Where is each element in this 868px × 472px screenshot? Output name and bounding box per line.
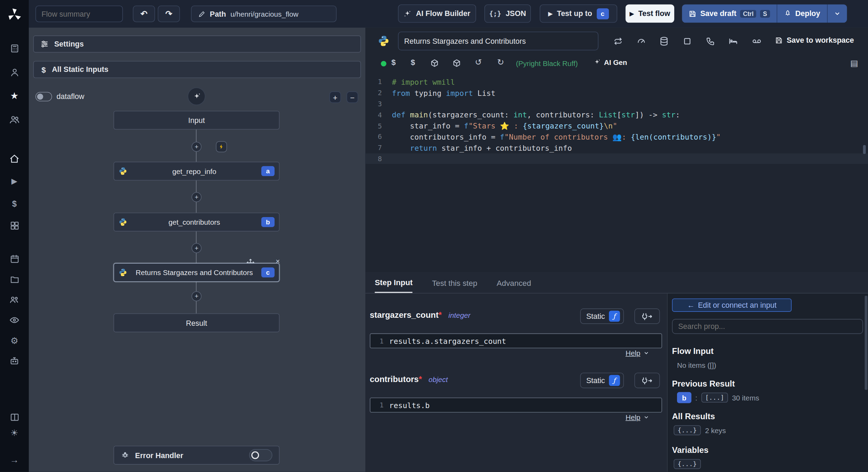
ai-gen-button[interactable]: AI Gen — [593, 58, 627, 66]
collapsed-array-chip[interactable]: [...] — [701, 392, 728, 403]
windmill-logo[interactable] — [7, 7, 22, 23]
reload-icon[interactable]: ↻ — [497, 57, 504, 67]
code-line[interactable]: 8 — [365, 153, 868, 164]
add-step-button[interactable]: + — [192, 142, 202, 152]
code-line[interactable]: 4def main(stargazers_count: int, contrib… — [365, 109, 868, 121]
add-step-button[interactable]: + — [192, 291, 202, 301]
dollar-icon[interactable]: $ — [12, 198, 17, 208]
static-mode-toggle[interactable]: Static ƒ — [580, 373, 624, 388]
voicemail-icon[interactable] — [752, 36, 762, 46]
step-title-input[interactable] — [398, 32, 598, 50]
connect-input-button[interactable] — [634, 373, 660, 388]
star-icon[interactable]: ★ — [10, 91, 18, 101]
code-line[interactable]: 6 contributors_info = f"Number of contri… — [365, 131, 868, 142]
flow-node-result[interactable]: Result — [114, 313, 279, 332]
calendar-icon[interactable] — [10, 254, 19, 264]
library-icon[interactable]: ▤ — [850, 58, 858, 68]
worker-icon[interactable] — [9, 356, 19, 366]
connect-input-button[interactable] — [634, 308, 660, 324]
error-handler-button[interactable]: Error Handler — [114, 446, 279, 464]
static-mode-toggle[interactable]: Static ƒ — [580, 308, 624, 324]
user-icon[interactable] — [10, 67, 19, 77]
save-draft-button[interactable]: Save draft Ctrl S — [682, 5, 776, 23]
flow-node-input[interactable]: Input — [114, 111, 279, 130]
expr-editor[interactable]: 1 results.b — [370, 398, 662, 413]
path-button[interactable]: Path u/henri/gracious_flow — [191, 6, 336, 22]
tab-advanced[interactable]: Advanced — [496, 272, 531, 293]
tab-step-input[interactable]: Step Input — [375, 272, 412, 293]
home-icon[interactable] — [9, 154, 19, 164]
tab-test-this-step[interactable]: Test this step — [432, 272, 477, 293]
static-inputs-label: All Static Inputs — [52, 65, 109, 74]
undo-button[interactable]: ↶ — [133, 6, 155, 22]
edit-connect-label: Edit or connect an input — [698, 301, 776, 309]
edit-connect-input-button[interactable]: ← Edit or connect an input — [672, 298, 792, 312]
flow-input-empty: No items ([]) — [677, 361, 716, 370]
all-static-inputs-button[interactable]: $ All Static Inputs — [33, 61, 361, 78]
deploy-dropdown-button[interactable] — [827, 5, 847, 23]
trigger-bolt-button[interactable] — [216, 141, 227, 152]
ai-flow-builder-button[interactable]: AI Flow Builder — [398, 5, 476, 23]
arrows-cycle-icon[interactable] — [614, 36, 623, 46]
code-line[interactable]: 3 — [365, 98, 868, 109]
sun-icon[interactable]: ☀ — [10, 428, 18, 438]
flow-node-step-b[interactable]: get_contributors b — [114, 213, 279, 231]
dollar-icon[interactable]: $ — [411, 58, 415, 67]
collapsed-object-chip[interactable]: {...} — [674, 459, 701, 469]
error-handler-toggle[interactable] — [249, 449, 272, 461]
zoom-in-button[interactable]: + — [329, 91, 341, 103]
step-badge: b — [261, 217, 275, 227]
test-up-to-button[interactable]: ▶ Test up to c — [540, 5, 617, 23]
json-label: JSON — [506, 9, 526, 18]
package-icon[interactable] — [452, 59, 461, 68]
phone-icon[interactable] — [706, 36, 715, 46]
database-icon[interactable] — [659, 36, 669, 46]
code-line[interactable]: 7 return star_info + contributors_info — [365, 142, 868, 153]
play-icon[interactable]: ▶ — [11, 176, 17, 186]
zoom-out-button[interactable]: − — [347, 91, 358, 103]
code-scrollbar[interactable] — [863, 145, 866, 154]
code-line[interactable]: 1# import wmill — [365, 76, 868, 88]
code-line[interactable]: 2from typing import List — [365, 88, 868, 99]
json-button[interactable]: {;} JSON — [484, 5, 531, 23]
code-line[interactable]: 5 star_info = f"Stars ⭐ : {stargazers_co… — [365, 120, 868, 131]
dataflow-toggle[interactable] — [35, 92, 52, 101]
help-row[interactable]: Help — [626, 413, 649, 421]
square-icon[interactable] — [683, 36, 692, 46]
flow-summary-input[interactable] — [35, 6, 123, 22]
gauge-icon[interactable] — [637, 36, 646, 46]
help-link[interactable]: Help — [626, 349, 641, 357]
flow-settings-button[interactable]: Settings — [33, 35, 361, 52]
flow-node-step-a[interactable]: get_repo_info a — [114, 162, 279, 181]
arrow-right-icon[interactable]: → — [10, 455, 19, 465]
step-badge[interactable]: b — [677, 392, 691, 403]
folder-icon[interactable] — [10, 274, 19, 284]
users-icon[interactable] — [9, 115, 19, 125]
test-flow-button[interactable]: ▶ Test flow — [626, 5, 674, 23]
help-link[interactable]: Help — [626, 413, 641, 421]
deploy-button[interactable]: Deploy — [777, 5, 827, 23]
flow-node-step-c-selected[interactable]: Returns Stargazers and Contributors c — [114, 263, 279, 282]
blocks-icon[interactable] — [10, 221, 19, 231]
required-asterisk: * — [419, 374, 422, 384]
help-row[interactable]: Help — [626, 349, 649, 357]
panels-icon[interactable] — [10, 412, 19, 422]
group-icon[interactable] — [9, 295, 19, 305]
play-icon: ▶ — [629, 10, 634, 17]
search-prop-input[interactable] — [672, 319, 863, 334]
eye-icon[interactable] — [9, 315, 19, 325]
auto-layout-wand-button[interactable] — [187, 88, 205, 105]
add-step-button[interactable]: + — [192, 243, 202, 253]
grid-icon[interactable] — [10, 43, 19, 53]
save-to-workspace-button[interactable]: Save to workspace — [775, 36, 854, 44]
add-step-button[interactable]: + — [192, 192, 202, 202]
collapsed-object-chip[interactable]: {...} — [674, 425, 701, 435]
gear-icon[interactable]: ⚙ — [10, 336, 18, 346]
redo-button[interactable]: ↷ — [158, 6, 180, 22]
package-icon[interactable] — [430, 59, 439, 68]
dollar-icon[interactable]: $ — [391, 58, 395, 67]
reset-icon[interactable]: ↺ — [475, 57, 482, 67]
bed-icon[interactable] — [728, 36, 738, 46]
expr-editor[interactable]: 1 results.a.stargazers_count — [370, 333, 662, 348]
props-scrollbar[interactable] — [865, 296, 867, 390]
